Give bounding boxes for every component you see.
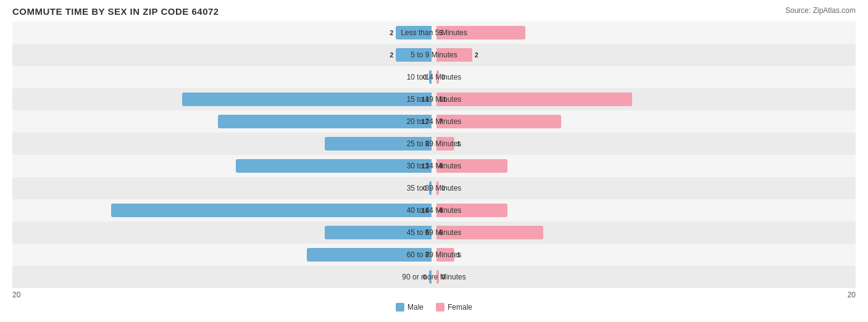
left-side: 2 bbox=[12, 26, 434, 39]
right-side: 0 bbox=[434, 270, 856, 284]
male-bar bbox=[429, 270, 432, 284]
bar-row: 25 to 9 Minutes2 bbox=[12, 44, 856, 66]
bar-row: 1130 to 34 Minutes4 bbox=[12, 155, 856, 177]
chart-container: COMMUTE TIME BY SEX IN ZIP CODE 64072 So… bbox=[12, 6, 856, 312]
axis-right-label: 20 bbox=[848, 291, 856, 299]
male-value-outside: 0 bbox=[423, 273, 427, 281]
female-bar bbox=[436, 270, 439, 284]
right-side: 1 bbox=[434, 248, 856, 262]
female-bar bbox=[436, 70, 439, 84]
male-bar: 14 bbox=[182, 93, 432, 106]
bar-row: 625 to 29 Minutes1 bbox=[12, 133, 856, 155]
bar-row: 1840 to 44 Minutes4 bbox=[12, 199, 856, 221]
axis-right: 20 bbox=[434, 291, 856, 299]
female-bar: 5 bbox=[436, 26, 525, 39]
female-legend-box bbox=[436, 303, 444, 312]
male-bar-value: 6 bbox=[425, 140, 429, 147]
male-legend-label: Male bbox=[407, 303, 424, 312]
left-side: 0 bbox=[12, 70, 434, 84]
female-bar-value: 7 bbox=[439, 118, 443, 125]
left-side: 12 bbox=[12, 115, 434, 128]
female-legend-label: Female bbox=[448, 303, 472, 312]
female-bar: 4 bbox=[436, 204, 507, 217]
male-value-outside: 0 bbox=[423, 184, 427, 192]
female-value-outside: 2 bbox=[475, 51, 478, 59]
female-value-outside: 1 bbox=[457, 140, 461, 147]
female-bar: 6 bbox=[436, 226, 543, 239]
chart-source: Source: ZipAtlas.com bbox=[785, 6, 856, 15]
male-bar bbox=[396, 26, 432, 39]
legend: Male Female bbox=[12, 303, 856, 312]
female-bar: 7 bbox=[436, 115, 561, 128]
male-bar: 11 bbox=[236, 159, 432, 173]
bar-row: 010 to 14 Minutes0 bbox=[12, 66, 856, 88]
bar-row: 645 to 59 Minutes6 bbox=[12, 221, 856, 244]
female-bar-value: 6 bbox=[439, 229, 443, 236]
left-side: 18 bbox=[12, 204, 434, 217]
chart-title: COMMUTE TIME BY SEX IN ZIP CODE 64072 bbox=[12, 6, 219, 17]
male-bar bbox=[429, 181, 432, 195]
male-bar bbox=[429, 70, 432, 84]
male-value-outside: 2 bbox=[390, 29, 393, 36]
male-bar-value: 18 bbox=[422, 207, 429, 214]
female-value-outside: 0 bbox=[441, 73, 445, 81]
female-bar-value: 5 bbox=[439, 29, 443, 36]
male-bar: 12 bbox=[218, 115, 432, 128]
right-side: 4 bbox=[434, 204, 856, 217]
chart-area: 2Less than 5 Minutes525 to 9 Minutes2010… bbox=[12, 22, 856, 288]
axis-left-label: 20 bbox=[12, 291, 20, 299]
bar-row: 1220 to 24 Minutes7 bbox=[12, 110, 856, 133]
right-side: 0 bbox=[434, 181, 856, 195]
male-value-outside: 0 bbox=[423, 73, 427, 81]
right-side: 11 bbox=[434, 93, 856, 106]
female-bar bbox=[436, 248, 454, 262]
legend-male: Male bbox=[396, 303, 424, 312]
right-side: 2 bbox=[434, 48, 856, 62]
female-bar-value: 4 bbox=[439, 207, 443, 214]
left-side: 11 bbox=[12, 159, 434, 173]
male-bar-value: 7 bbox=[425, 251, 429, 258]
bar-row: 1415 to 19 Minutes11 bbox=[12, 88, 856, 110]
right-side: 6 bbox=[434, 226, 856, 239]
left-side: 0 bbox=[12, 181, 434, 195]
left-side: 2 bbox=[12, 48, 434, 62]
male-bar: 18 bbox=[111, 204, 432, 217]
female-value-outside: 0 bbox=[441, 184, 445, 192]
chart-header: COMMUTE TIME BY SEX IN ZIP CODE 64072 So… bbox=[12, 6, 856, 17]
left-side: 14 bbox=[12, 93, 434, 106]
male-bar-value: 14 bbox=[422, 96, 429, 103]
male-bar-value: 12 bbox=[422, 118, 429, 125]
bar-row: 760 to 89 Minutes1 bbox=[12, 244, 856, 266]
right-side: 0 bbox=[434, 70, 856, 84]
female-bar-value: 11 bbox=[439, 96, 446, 103]
axis-row: 20 20 bbox=[12, 291, 856, 299]
male-bar: 7 bbox=[307, 248, 432, 262]
right-side: 4 bbox=[434, 159, 856, 173]
bar-row: 090 or more Minutes0 bbox=[12, 266, 856, 288]
right-side: 5 bbox=[434, 26, 856, 39]
male-bar-value: 6 bbox=[425, 229, 429, 236]
female-bar-value: 4 bbox=[439, 162, 443, 170]
female-bar bbox=[436, 181, 439, 195]
male-bar: 6 bbox=[325, 137, 432, 151]
left-side: 6 bbox=[12, 137, 434, 151]
bar-row: 2Less than 5 Minutes5 bbox=[12, 22, 856, 44]
female-bar bbox=[436, 137, 454, 151]
male-value-outside: 2 bbox=[390, 51, 393, 59]
left-side: 0 bbox=[12, 270, 434, 284]
female-value-outside: 1 bbox=[457, 251, 461, 258]
male-legend-box bbox=[396, 303, 404, 312]
male-bar-value: 11 bbox=[422, 162, 429, 170]
left-side: 6 bbox=[12, 226, 434, 239]
left-side: 7 bbox=[12, 248, 434, 262]
female-bar bbox=[436, 48, 472, 62]
female-bar: 11 bbox=[436, 93, 632, 106]
female-value-outside: 0 bbox=[441, 273, 445, 281]
male-bar bbox=[396, 48, 432, 62]
legend-female: Female bbox=[436, 303, 472, 312]
bar-row: 035 to 39 Minutes0 bbox=[12, 177, 856, 199]
female-bar: 4 bbox=[436, 159, 507, 173]
right-side: 1 bbox=[434, 137, 856, 151]
male-bar: 6 bbox=[325, 226, 432, 239]
right-side: 7 bbox=[434, 115, 856, 128]
